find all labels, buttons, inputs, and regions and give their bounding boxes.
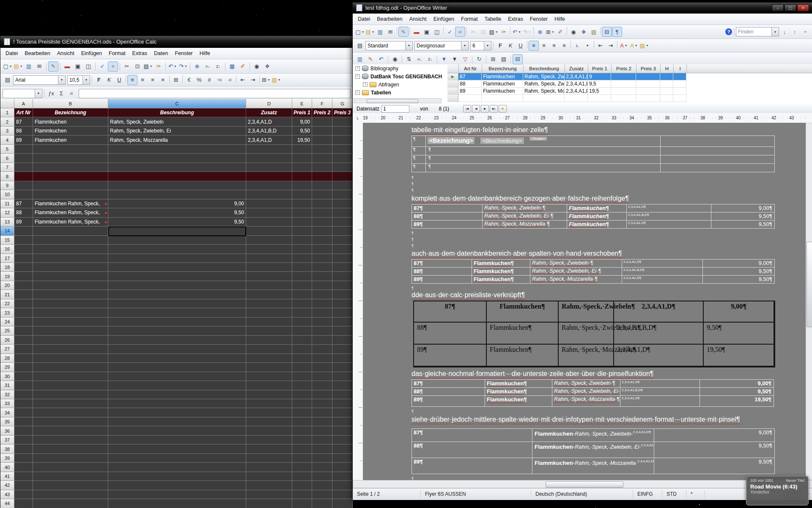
cell-A15[interactable] xyxy=(14,236,33,245)
cell-G27[interactable] xyxy=(332,345,353,353)
cell-A29[interactable] xyxy=(14,363,33,372)
delete-decimal-icon[interactable]: -0 xyxy=(225,75,235,85)
cell-F8[interactable] xyxy=(312,172,332,181)
cell-B23[interactable] xyxy=(33,308,108,317)
cell-A26[interactable] xyxy=(14,336,33,345)
copy-icon[interactable]: ⊡ xyxy=(132,61,143,72)
cell-G1[interactable]: Preis 3 xyxy=(332,108,353,117)
cell-F41[interactable] xyxy=(312,472,332,481)
increase-indent-icon[interactable]: ⇥ xyxy=(606,41,616,51)
row-header-26[interactable]: 26 xyxy=(0,336,14,345)
export-pdf-icon[interactable]: ▬ xyxy=(411,27,422,37)
cell-F1[interactable]: Preis 2 xyxy=(312,108,332,117)
cell-F32[interactable] xyxy=(312,390,332,399)
cell-F5[interactable] xyxy=(312,145,332,154)
row-header-6[interactable]: 6 xyxy=(0,154,14,163)
menu-item-extras[interactable]: Extras xyxy=(505,15,526,23)
next-record-icon[interactable]: ▶ xyxy=(481,105,489,113)
cell-G26[interactable] xyxy=(332,336,353,345)
number-format-standard-icon[interactable]: # xyxy=(204,75,214,85)
cell-A28[interactable] xyxy=(14,354,33,363)
cell-A44[interactable] xyxy=(14,499,33,508)
menu-item-datei[interactable]: Datei xyxy=(2,49,21,58)
cell-B12[interactable]: Flammkuchen Rahm, Speck,▶ xyxy=(33,208,108,217)
cell-B21[interactable] xyxy=(33,290,108,299)
doc-table-formatted[interactable]: 87¶ Flammkuchen¶ Rahm,·Speck,·Zwiebeln·¶… xyxy=(411,379,774,407)
cell-E36[interactable] xyxy=(292,426,312,435)
row-header-20[interactable]: 20 xyxy=(0,281,14,290)
cell-C22[interactable] xyxy=(108,299,246,308)
cell-D18[interactable] xyxy=(246,263,292,272)
cell-D16[interactable] xyxy=(246,245,292,254)
cell-G31[interactable] xyxy=(332,381,353,390)
cell-E24[interactable] xyxy=(292,318,312,326)
menu-item-ansicht[interactable]: Ansicht xyxy=(406,15,430,23)
bold-icon[interactable]: F xyxy=(94,75,104,85)
standard-filter-icon[interactable]: ▼ xyxy=(450,54,460,64)
cell-G4[interactable] xyxy=(332,135,353,144)
row-header-24[interactable]: 24 xyxy=(0,318,14,326)
cell-E10[interactable] xyxy=(292,190,312,199)
menu-item-format[interactable]: Format xyxy=(105,49,129,58)
chevron-down-icon[interactable]: ▼ xyxy=(35,89,42,98)
align-center-icon[interactable]: ≡ xyxy=(539,41,549,51)
cell-A40[interactable] xyxy=(14,463,33,472)
cell-F4[interactable] xyxy=(312,135,332,144)
cell-C12[interactable]: 9,50 xyxy=(108,208,246,217)
cell-D11[interactable] xyxy=(246,199,292,208)
status-page[interactable]: Seite 1 / 2 xyxy=(353,490,421,498)
cell-D20[interactable] xyxy=(246,281,292,290)
column-header-E[interactable]: E xyxy=(292,99,312,108)
cell-G39[interactable] xyxy=(332,454,353,463)
data-to-fields-icon[interactable]: ▤ xyxy=(499,54,509,64)
cell-G14[interactable] xyxy=(332,226,353,235)
numbered-list-icon[interactable]: 1. xyxy=(572,41,582,51)
cell-C15[interactable] xyxy=(108,236,246,245)
grid-row-88[interactable]: 88FlammkuchenRahm, Speck, Zwi2,3,4,A1,B,… xyxy=(447,80,812,88)
row-header-19[interactable]: 19 xyxy=(0,272,14,281)
insert-chart-icon[interactable]: ▦ xyxy=(227,61,237,72)
styles-and-formatting-icon[interactable]: ▤ xyxy=(355,41,365,51)
data-to-text-icon[interactable]: ⊞ xyxy=(488,54,498,64)
format-paintbrush-icon[interactable]: ✑ xyxy=(499,27,509,37)
cell-F25[interactable] xyxy=(312,326,332,335)
row-header-31[interactable]: 31 xyxy=(0,381,14,390)
font-name-combo[interactable]: Arial ▼ xyxy=(13,75,66,85)
find-record-icon[interactable]: ◉ xyxy=(390,54,400,64)
cell-F30[interactable] xyxy=(312,372,332,381)
hyperlink-icon[interactable]: ⊕ xyxy=(192,61,202,72)
cell-B1[interactable]: Bezeichnung xyxy=(33,108,108,117)
nonprinting-characters-icon[interactable]: ¶ xyxy=(612,27,622,37)
save-icon[interactable]: ▥ xyxy=(375,27,385,37)
cell-G41[interactable] xyxy=(332,472,353,481)
cell-F16[interactable] xyxy=(312,245,332,254)
cell-D13[interactable] xyxy=(246,218,292,226)
row-header-23[interactable]: 23 xyxy=(0,308,14,317)
cell-D39[interactable] xyxy=(246,454,292,463)
cell-F38[interactable] xyxy=(312,444,332,453)
email-icon[interactable]: ✉ xyxy=(385,27,395,37)
row-header-37[interactable]: 37 xyxy=(0,436,14,444)
cell-D3[interactable]: 2,3,4,A1,B,D xyxy=(246,127,292,135)
help-icon[interactable]: ? xyxy=(725,28,732,35)
cell-B37[interactable] xyxy=(33,436,108,444)
cell-B7[interactable] xyxy=(33,163,108,172)
row-header-25[interactable]: 25 xyxy=(0,326,14,335)
calc-titlebar[interactable]: ! Toscana Preisliste GENGENBACH.ods - Op… xyxy=(0,36,353,48)
cell-B32[interactable] xyxy=(33,390,108,399)
close-button[interactable]: ✕ xyxy=(797,4,809,11)
cell-D8[interactable] xyxy=(246,172,292,181)
toolbar-overflow-icon[interactable]: » xyxy=(800,27,810,37)
row-header-5[interactable]: 5 xyxy=(0,145,14,154)
cell-D32[interactable] xyxy=(246,390,292,399)
column-header-C[interactable]: C xyxy=(108,99,246,108)
cell-D4[interactable]: 2,3,4,A1,D xyxy=(246,135,292,144)
add-decimal-icon[interactable]: +0 xyxy=(214,75,225,85)
row-header-30[interactable]: 30 xyxy=(0,372,14,381)
name-box[interactable]: ▼ xyxy=(3,89,42,98)
cell-D25[interactable] xyxy=(246,326,292,335)
column-header-G[interactable]: G xyxy=(332,99,353,108)
cell-F33[interactable] xyxy=(312,399,332,408)
cell-E32[interactable] xyxy=(292,390,312,399)
grid-column-i[interactable]: I xyxy=(674,64,687,73)
